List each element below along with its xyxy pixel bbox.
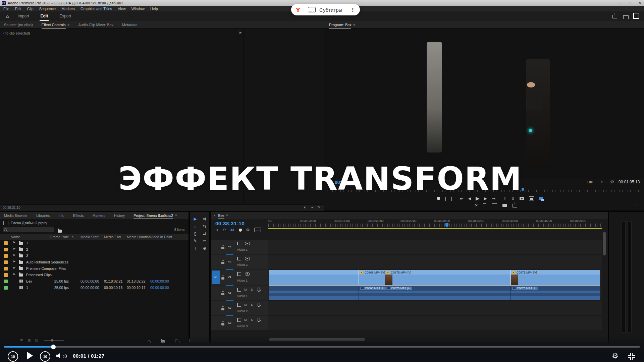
play-in-to-out-icon[interactable]: ⇥ [311,205,313,209]
timeline-ruler[interactable]: 5:00 00:38:10:00 00:38:15:00 00:38:20:00… [268,219,602,231]
tab-effects[interactable]: Effects [73,214,84,218]
quick-export-icon[interactable] [612,14,617,20]
lock-icon[interactable] [221,262,224,264]
col-video-in-point[interactable]: Video In Point [150,235,172,239]
menu-help[interactable]: Help [150,7,158,11]
audio-clip-band[interactable]: C0868.MP4 [A] C0875.MP4 [A] C0875.MP4 [A… [269,286,600,300]
close-tab-icon[interactable]: × [213,214,215,218]
track-target-a1[interactable]: A1 [226,291,233,294]
project-file-name[interactable]: Елена Дзябыш2.prproj [11,221,47,225]
mute-button[interactable]: M [244,288,247,291]
maximize-button[interactable]: □ [629,1,631,5]
menu-markers[interactable]: Markers [61,7,75,11]
col-media-end[interactable]: Media End [104,235,121,239]
ripple-edit-tool[interactable]: ↔ [192,223,199,229]
track-target-v2[interactable]: V2 [226,260,233,263]
sync-lock-icon[interactable] [237,257,241,260]
menu-view[interactable]: View [118,7,126,11]
track-lane-v2[interactable] [268,255,602,269]
zoom-level-select[interactable]: Full [587,180,593,184]
panel-menu-icon[interactable]: ≡ [226,214,228,217]
solo-button[interactable]: S [251,288,253,291]
tab-metadata[interactable]: Metadata [122,23,138,27]
search-input[interactable] [8,227,53,233]
multicam-icon[interactable] [539,197,543,200]
tab-program[interactable]: Program: Бек [329,23,351,27]
bin-row[interactable]: ▶Processed Clips [0,272,188,278]
bin-name[interactable]: Processed Clips [26,273,52,277]
tab-audio-clip-mixer[interactable]: Audio Clip Mixer: Бек [78,23,113,27]
filter-funnel-icon[interactable]: ▼ [303,206,306,209]
seek-handle[interactable] [51,345,56,349]
tab-project[interactable]: Project: Елена Дзябыш2 [133,214,173,218]
tab-markers[interactable]: Markers [93,214,105,218]
minimize-button[interactable]: — [619,1,622,5]
collapse-player-icon[interactable] [628,353,635,360]
sync-lock-icon[interactable] [237,318,241,322]
tab-import[interactable]: Import [17,14,29,18]
vertical-scrollbar[interactable] [603,232,606,255]
razor-tool[interactable]: ▯ [192,231,199,237]
skip-forward-10-button[interactable]: 10 [40,351,50,362]
video-clip-band[interactable]: C0868.MP4 [V] C0875.MP4 [V] C0875.MP4 [V… [269,270,600,286]
tab-edit[interactable]: Edit [40,14,48,18]
sync-lock-icon[interactable] [237,272,241,276]
clip-cut[interactable] [511,270,511,285]
track-output-eye-icon[interactable] [245,257,250,260]
col-frame-rate[interactable]: Frame Rate [50,235,69,239]
panel-menu-icon[interactable]: ≡ [175,214,177,217]
close-button[interactable]: ✕ [639,1,641,5]
hand-tool[interactable]: ⊕ [201,245,208,251]
twirl-icon[interactable]: ▶ [13,247,15,250]
track-lane-v1[interactable]: C0868.MP4 [V] C0875.MP4 [V] C0875.MP4 [V… [268,270,602,285]
sequence-name[interactable]: Бек [26,279,32,283]
tab-info[interactable]: Info [58,214,64,218]
safe-margins-icon[interactable] [483,203,486,207]
solo-button[interactable]: S [251,318,253,321]
export-frame-icon[interactable] [520,197,524,200]
comparison-view-icon[interactable] [529,196,534,200]
menu-file[interactable]: File [3,7,9,11]
twirl-icon[interactable]: ▶ [13,266,15,269]
volume-button[interactable] [56,353,64,358]
slip-tool[interactable]: ⇄ [201,231,208,237]
menu-sequence[interactable]: Sequence [39,7,56,11]
tab-libraries[interactable]: Libraries [36,214,50,218]
menu-clip[interactable]: Clip [27,7,34,11]
solo-button[interactable]: S [251,303,253,306]
sequence-row[interactable]: Бек 25,00 fps 00:00:00:00 01:18:02:21 01… [0,278,188,285]
yandex-logo-icon[interactable]: Y [296,6,300,13]
voiceover-mic-icon[interactable] [258,318,260,321]
panel-menu-icon[interactable]: ≡ [68,23,70,26]
home-icon[interactable]: ⌂ [6,13,9,19]
twirl-icon[interactable]: ▶ [13,241,15,244]
panel-menu-icon[interactable]: ≡ [353,23,355,26]
audio-clip-label[interactable]: C0875.MP4 [A] [386,287,412,290]
global-fx-mute-icon[interactable]: fx [475,203,478,207]
settings-gear-icon[interactable]: ⚙ [612,352,619,360]
rolling-edit-tool[interactable]: ⇆ [201,223,208,229]
add-marker-icon[interactable] [437,197,440,200]
wrench-icon[interactable]: ⚙ [610,179,614,184]
kebab-menu-icon[interactable]: ⋮ [350,7,355,13]
playhead-caret[interactable] [445,223,448,228]
twirl-icon[interactable]: ▶ [13,253,15,256]
track-target-a2[interactable]: A2 [226,306,233,309]
transparency-grid-icon[interactable] [492,203,497,207]
subtitles-button[interactable]: Субтитры [319,7,342,13]
sequence-row[interactable]: 1 25,00 fps 00:00:00:00 00:00:10:16 00:0… [0,285,188,291]
playhead-line[interactable] [447,230,447,337]
track-header-a2[interactable]: A2 M S Audio 2 [211,301,268,315]
bin-name[interactable]: Auto Reframed Sequences [26,260,68,264]
col-name[interactable]: Name [11,235,20,239]
loop-icon[interactable]: ↻ [317,205,320,209]
tab-sequence-bek[interactable]: Бек [218,214,224,218]
bin-name[interactable]: 3 [26,254,28,258]
track-lane-a2[interactable] [268,301,602,315]
source-patch-v1[interactable]: V1 [212,270,220,284]
track-target-v1[interactable]: V1 [226,276,233,279]
track-lane-a3[interactable] [268,316,602,330]
track-header-v2[interactable]: V2 Video 2 [211,255,268,269]
col-media-duration[interactable]: Media Duration [127,235,151,239]
track-lane-v3[interactable] [268,240,602,254]
